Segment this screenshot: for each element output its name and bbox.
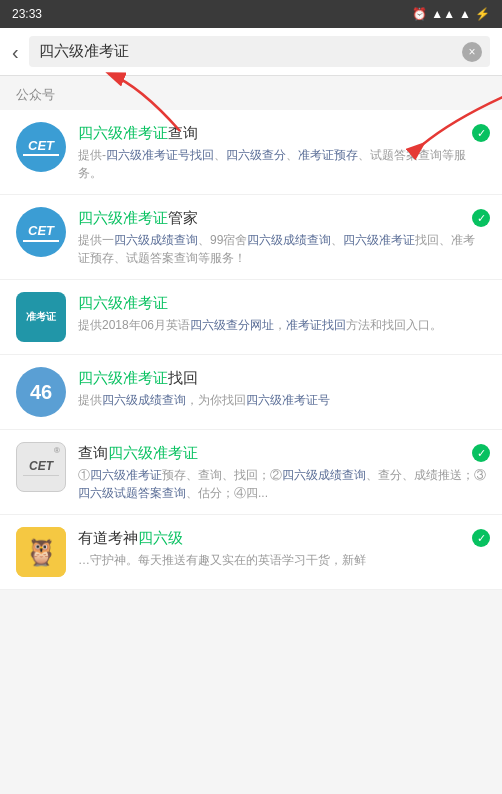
item-title: 四六级准考证查询 bbox=[78, 122, 486, 143]
verified-badge: ✓ bbox=[472, 529, 490, 547]
list-item[interactable]: CET 四六级准考证查询 提供-四六级准考证号找回、四六级查分、准考证预存、试题… bbox=[0, 110, 502, 195]
item-content: 四六级准考证查询 提供-四六级准考证号找回、四六级查分、准考证预存、试题答案查询… bbox=[78, 122, 486, 182]
item-title: 四六级准考证管家 bbox=[78, 207, 486, 228]
avatar-zkz: 准考证 bbox=[16, 292, 66, 342]
item-desc: 提供一四六级成绩查询、99宿舍四六级成绩查询、四六级准考证找回、准考证预存、试题… bbox=[78, 231, 486, 267]
item-content: 四六级准考证 提供2018年06月英语四六级查分网址，准考证找回方法和找回入口。 bbox=[78, 292, 486, 334]
status-icons: ⏰ ▲▲ ▲ ⚡ bbox=[412, 7, 490, 21]
section-header: 公众号 bbox=[0, 76, 502, 110]
item-title: 四六级准考证找回 bbox=[78, 367, 486, 388]
item-content: 查询四六级准考证 ①四六级准考证预存、查询、找回；②四六级成绩查询、查分、成绩推… bbox=[78, 442, 486, 502]
avatar-cet-blue: CET bbox=[16, 122, 66, 172]
list-item[interactable]: 🦉 有道考神四六级 …守护神。每天推送有趣又实在的英语学习干货，新鲜 ✓ bbox=[0, 515, 502, 590]
search-bar: ‹ 四六级准考证 × bbox=[0, 28, 502, 76]
avatar-cet-gray: CET ® bbox=[16, 442, 66, 492]
avatar-cet-blue2: CET bbox=[16, 207, 66, 257]
list-item[interactable]: CET ® 查询四六级准考证 ①四六级准考证预存、查询、找回；②四六级成绩查询、… bbox=[0, 430, 502, 515]
item-desc: 提供2018年06月英语四六级查分网址，准考证找回方法和找回入口。 bbox=[78, 316, 486, 334]
item-desc: ①四六级准考证预存、查询、找回；②四六级成绩查询、查分、成绩推送；③四六级试题答… bbox=[78, 466, 486, 502]
item-desc: …守护神。每天推送有趣又实在的英语学习干货，新鲜 bbox=[78, 551, 486, 569]
verified-badge: ✓ bbox=[472, 124, 490, 142]
alarm-icon: ⏰ bbox=[412, 7, 427, 21]
item-title: 四六级准考证 bbox=[78, 292, 486, 313]
item-desc: 提供-四六级准考证号找回、四六级查分、准考证预存、试题答案查询等服务。 bbox=[78, 146, 486, 182]
signal-icon: ▲▲ bbox=[431, 7, 455, 21]
item-content: 四六级准考证管家 提供一四六级成绩查询、99宿舍四六级成绩查询、四六级准考证找回… bbox=[78, 207, 486, 267]
search-input-text: 四六级准考证 bbox=[39, 42, 129, 59]
item-title: 查询四六级准考证 bbox=[78, 442, 486, 463]
status-time: 23:33 bbox=[12, 7, 42, 21]
search-input-wrap[interactable]: 四六级准考证 × bbox=[29, 36, 490, 67]
item-content: 有道考神四六级 …守护神。每天推送有趣又实在的英语学习干货，新鲜 bbox=[78, 527, 486, 569]
avatar-youdao: 🦉 bbox=[16, 527, 66, 577]
clear-button[interactable]: × bbox=[462, 42, 482, 62]
verified-badge: ✓ bbox=[472, 444, 490, 462]
item-title: 有道考神四六级 bbox=[78, 527, 486, 548]
list-item[interactable]: CET 四六级准考证管家 提供一四六级成绩查询、99宿舍四六级成绩查询、四六级准… bbox=[0, 195, 502, 280]
back-button[interactable]: ‹ bbox=[12, 42, 19, 62]
item-content: 四六级准考证找回 提供四六级成绩查询，为你找回四六级准考证号 bbox=[78, 367, 486, 409]
list-item[interactable]: 46 四六级准考证找回 提供四六级成绩查询，为你找回四六级准考证号 bbox=[0, 355, 502, 430]
item-desc: 提供四六级成绩查询，为你找回四六级准考证号 bbox=[78, 391, 486, 409]
list-item[interactable]: 准考证 四六级准考证 提供2018年06月英语四六级查分网址，准考证找回方法和找… bbox=[0, 280, 502, 355]
wifi-icon: ▲ bbox=[459, 7, 471, 21]
verified-badge: ✓ bbox=[472, 209, 490, 227]
battery-icon: ⚡ bbox=[475, 7, 490, 21]
status-bar: 23:33 ⏰ ▲▲ ▲ ⚡ bbox=[0, 0, 502, 28]
avatar-46: 46 bbox=[16, 367, 66, 417]
